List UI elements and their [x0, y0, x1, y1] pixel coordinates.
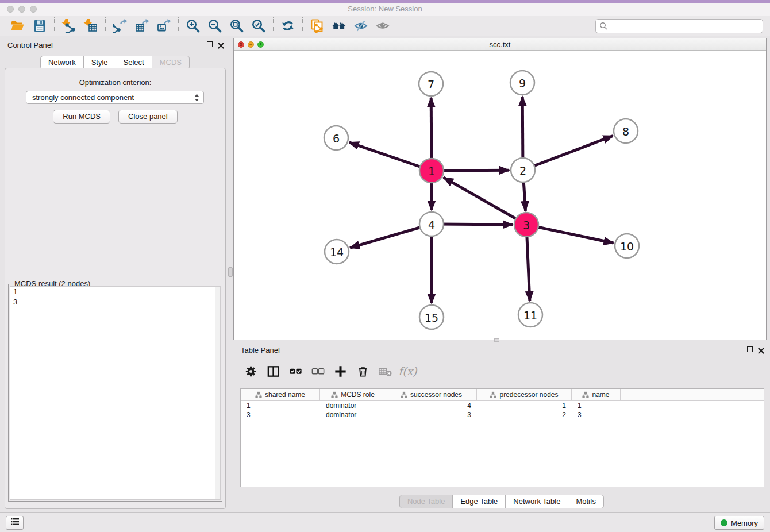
toolbar-group — [105, 17, 178, 34]
houses-icon[interactable] — [328, 17, 350, 34]
table-cell[interactable]: 1 — [241, 401, 320, 410]
gear-icon[interactable] — [240, 361, 261, 381]
column-header-name[interactable]: name — [572, 389, 621, 400]
toolbar-group — [273, 17, 302, 34]
panel-splitter-handle[interactable] — [228, 267, 233, 277]
zoom-fit-icon[interactable] — [226, 17, 248, 34]
node-label: 1 — [428, 165, 435, 178]
split-columns-icon[interactable] — [263, 361, 284, 381]
tab-node-table[interactable]: Node Table — [399, 495, 453, 508]
toolbar-group — [302, 17, 397, 34]
node-2[interactable]: 2 — [511, 158, 535, 182]
node-8[interactable]: 8 — [614, 119, 638, 143]
task-history-button[interactable] — [6, 516, 24, 530]
window-title: Session: New Session — [0, 5, 770, 13]
delete-row-icon[interactable] — [352, 361, 374, 381]
column-header-successor-nodes[interactable]: successor nodes — [386, 389, 477, 400]
node-4[interactable]: 4 — [419, 212, 444, 236]
control-panel-header: Control Panel — [0, 36, 230, 53]
close-panel-icon[interactable] — [218, 41, 224, 47]
node-label: 15 — [425, 311, 438, 324]
table-toolbar: f(x) — [240, 358, 764, 384]
table-panel: Table Panel f(x) shared nameMCDS rolesuc… — [233, 341, 770, 511]
tab-motifs[interactable]: Motifs — [568, 495, 604, 508]
node-label: 6 — [333, 132, 340, 145]
toolbar-group — [3, 17, 54, 34]
node-1[interactable]: 1 — [419, 159, 444, 183]
control-panel: Control Panel NetworkStyleSelectMCDS Opt… — [0, 36, 230, 512]
deselect-all-checkboxes-icon[interactable] — [307, 361, 329, 381]
node-3[interactable]: 3 — [514, 213, 538, 237]
mcds-result-textarea[interactable]: 13 — [10, 286, 221, 500]
eye-slash-icon[interactable] — [350, 17, 372, 34]
table-header-row: shared nameMCDS rolesuccessor nodesprede… — [241, 389, 764, 401]
tab-network-table[interactable]: Network Table — [506, 495, 568, 508]
table-panel-title: Table Panel — [241, 346, 280, 354]
close-table-panel-icon[interactable] — [758, 346, 764, 352]
network-window-titlebar[interactable]: x − + scc.txt — [234, 38, 766, 51]
memory-button[interactable]: Memory — [714, 516, 764, 530]
optimization-criterion-label: Optimization criterion: — [5, 78, 225, 87]
table-cell[interactable]: 1 — [477, 401, 572, 410]
save-icon[interactable] — [29, 17, 51, 34]
close-panel-button[interactable]: Close panel — [118, 110, 178, 124]
criterion-select[interactable]: strongly connected component — [26, 91, 204, 104]
edge-3-10[interactable] — [526, 225, 614, 243]
export-image-icon[interactable] — [153, 17, 175, 34]
float-panel-icon[interactable] — [207, 41, 213, 47]
eye-icon[interactable] — [372, 17, 394, 34]
titlebar: Session: New Session — [0, 3, 770, 16]
run-mcds-button[interactable]: Run MCDS — [53, 110, 110, 124]
network-canvas[interactable]: 7968124314101511 — [234, 51, 766, 340]
mcds-result-group: MCDS result (2 nodes) 13 — [8, 284, 222, 502]
control-panel-title: Control Panel — [7, 41, 53, 49]
tab-edge-table[interactable]: Edge Table — [453, 495, 506, 508]
search-input[interactable] — [595, 19, 763, 33]
zoom-selected-icon[interactable] — [248, 17, 270, 34]
import-network-icon[interactable] — [58, 17, 80, 34]
edge-1-6[interactable] — [349, 142, 432, 171]
zoom-out-icon[interactable] — [204, 17, 226, 34]
export-network-icon[interactable] — [109, 17, 131, 34]
table-cell[interactable]: 3 — [572, 410, 621, 419]
node-9[interactable]: 9 — [510, 71, 534, 95]
mcds-result-line: 1 — [10, 287, 220, 297]
column-header-label: successor nodes — [410, 391, 462, 399]
column-header-label: shared name — [265, 391, 305, 399]
node-label: 3 — [523, 219, 530, 232]
column-header-shared-name[interactable]: shared name — [241, 389, 320, 400]
refresh-icon[interactable] — [277, 17, 299, 34]
import-table-icon[interactable] — [80, 17, 102, 34]
table-cell[interactable]: dominator — [320, 410, 386, 419]
edge-2-8[interactable] — [523, 136, 613, 171]
table-row[interactable]: 1dominator411 — [241, 401, 764, 410]
node-15[interactable]: 15 — [419, 305, 444, 329]
table-cell[interactable]: 4 — [386, 401, 477, 410]
column-header-MCDS-role[interactable]: MCDS role — [320, 389, 386, 400]
search-icon — [599, 22, 608, 30]
node-10[interactable]: 10 — [615, 234, 639, 258]
copy-network-icon[interactable] — [306, 17, 328, 34]
destroy-table-icon — [375, 361, 396, 381]
table-cell[interactable]: 3 — [386, 410, 477, 419]
edge-3-1[interactable] — [444, 178, 526, 225]
node-7[interactable]: 7 — [419, 72, 443, 96]
table-panel-header: Table Panel — [233, 341, 770, 358]
zoom-in-icon[interactable] — [182, 17, 204, 34]
result-scrollbar[interactable] — [215, 287, 220, 499]
node-6[interactable]: 6 — [324, 126, 348, 150]
table-cell[interactable]: 2 — [477, 410, 572, 419]
search-field-wrap — [595, 19, 763, 33]
table-cell[interactable]: dominator — [320, 401, 386, 410]
select-all-checkboxes-icon[interactable] — [285, 361, 306, 381]
node-11[interactable]: 11 — [518, 303, 542, 327]
float-table-panel-icon[interactable] — [747, 346, 753, 352]
table-cell[interactable]: 1 — [572, 401, 621, 410]
node-14[interactable]: 14 — [325, 240, 349, 264]
add-row-icon[interactable] — [330, 361, 351, 381]
table-cell[interactable]: 3 — [241, 410, 320, 419]
export-table-icon[interactable] — [131, 17, 153, 34]
column-header-predecessor-nodes[interactable]: predecessor nodes — [477, 389, 572, 400]
open-folder-icon[interactable] — [7, 17, 29, 34]
table-row[interactable]: 3dominator323 — [241, 410, 764, 419]
